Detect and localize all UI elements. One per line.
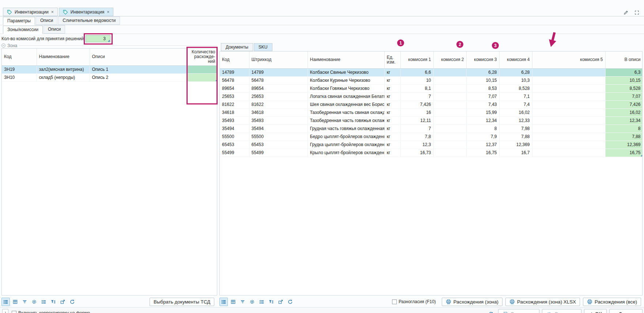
table-cell[interactable]: 55500 xyxy=(249,133,308,141)
table-cell[interactable]: кг xyxy=(384,149,400,157)
table-cell[interactable]: Тазобедренная часть говяжья охлажденная … xyxy=(308,117,384,125)
table-cell[interactable]: 12,34 xyxy=(605,117,643,125)
table-row[interactable]: 1478914789Колбаски Свиные Черкизовокг6,6… xyxy=(220,68,643,76)
table-cell[interactable]: 89654 xyxy=(249,84,308,92)
table-row[interactable]: 8965489654Колбаски Говяжьи Черкизовокг8,… xyxy=(220,84,643,92)
settings-button[interactable] xyxy=(248,298,256,306)
table-cell[interactable]: 14789 xyxy=(249,68,308,76)
table-cell[interactable]: 12,11 xyxy=(400,117,433,125)
list-button[interactable] xyxy=(39,298,48,306)
table-cell[interactable]: 7,88 xyxy=(499,133,532,141)
table-cell[interactable] xyxy=(187,73,217,81)
table-cell[interactable] xyxy=(532,76,605,84)
table-cell[interactable]: кг xyxy=(384,141,400,149)
table-cell[interactable]: 16,75 xyxy=(605,149,643,157)
table-cell[interactable]: ЗН19 xyxy=(2,65,37,73)
table-row[interactable]: 3549435494Грудная часть говяжья охлажден… xyxy=(220,125,643,133)
table-cell[interactable]: кг xyxy=(384,117,400,125)
table-row[interactable]: ЗН19зал2(мясная витрина)Опись 1 xyxy=(2,65,217,73)
refresh-button[interactable] xyxy=(68,298,76,306)
doc-tab-inventarizatsii[interactable]: Инвентаризации × xyxy=(3,8,58,16)
table-cell[interactable] xyxy=(532,141,605,149)
form-adjustment-checkbox[interactable] xyxy=(12,311,16,313)
table-cell[interactable]: 16,02 xyxy=(605,108,643,117)
table-cell[interactable] xyxy=(433,133,466,141)
table-cell[interactable]: 12,33 xyxy=(499,117,532,125)
tab-sku[interactable]: SKU xyxy=(254,43,272,51)
table-cell[interactable]: Опись 1 xyxy=(90,65,187,73)
table-cell[interactable]: 6,28 xyxy=(466,68,499,76)
table-row[interactable]: 5550055500Бедро цыплят-бройлеров охлажде… xyxy=(220,133,643,141)
table-row[interactable]: 5647856478Колбаски Куриные Черкизовокг10… xyxy=(220,76,643,84)
sync-button[interactable] xyxy=(487,309,496,313)
table-cell[interactable]: 35493 xyxy=(249,117,308,125)
table-cell[interactable] xyxy=(433,92,466,100)
table-cell[interactable]: 25653 xyxy=(249,92,308,100)
settings-button[interactable] xyxy=(30,298,38,306)
col-header-in-opis[interactable]: В описи xyxy=(605,51,643,68)
table-cell[interactable]: 7,98 xyxy=(499,125,532,133)
table-cell[interactable]: 8,53 xyxy=(466,84,499,92)
col-header-code[interactable]: Код xyxy=(2,49,37,65)
table-cell[interactable] xyxy=(532,125,605,133)
table-cell[interactable] xyxy=(433,125,466,133)
table-cell[interactable]: 6,28 xyxy=(499,68,532,76)
commission-count-input[interactable] xyxy=(86,35,110,42)
table-cell[interactable]: 8,528 xyxy=(605,84,643,92)
table-cell[interactable]: 6,6 xyxy=(400,68,433,76)
table-cell[interactable] xyxy=(532,149,605,157)
table-cell[interactable]: 8,1 xyxy=(400,84,433,92)
table-cell[interactable] xyxy=(532,117,605,125)
row-layout-button[interactable] xyxy=(1,298,10,306)
table-cell[interactable]: 65453 xyxy=(220,141,249,149)
tab-zony-komissii[interactable]: Зоны/комиссии xyxy=(3,26,43,34)
tab-slichitelnye-vedomosti[interactable]: Сличительные ведомости xyxy=(58,16,120,25)
table-cell[interactable]: 8 xyxy=(466,125,499,133)
table-cell[interactable]: 7,9 xyxy=(466,133,499,141)
col-header-commission-3[interactable]: комиссия 3 xyxy=(466,51,499,68)
report-zone-xlsx-button[interactable]: Расхождения (зона) XLSX xyxy=(505,298,580,306)
table-row[interactable]: ЗН10склад5 (непроды)Опись 2 xyxy=(2,73,217,81)
more-actions-button[interactable] xyxy=(2,309,8,313)
table-cell[interactable]: 35493 xyxy=(220,117,249,125)
table-cell[interactable]: 7,07 xyxy=(466,92,499,100)
table-cell[interactable]: 14789 xyxy=(220,68,249,76)
table-cell[interactable]: 7,4 xyxy=(499,100,532,108)
table-cell[interactable]: 7 xyxy=(400,125,433,133)
table-cell[interactable] xyxy=(532,84,605,92)
table-cell[interactable] xyxy=(433,100,466,108)
col-header-discrepancy-count[interactable]: Количество расхожде-ний xyxy=(187,49,217,65)
table-cell[interactable]: 89654 xyxy=(220,84,249,92)
table-cell[interactable]: 25653 xyxy=(220,92,249,100)
col-header-commission-4[interactable]: комиссия 4 xyxy=(499,51,532,68)
col-header-sku-code[interactable]: Код xyxy=(220,51,249,68)
table-cell[interactable]: 10,15 xyxy=(466,76,499,84)
table-cell[interactable]: 10 xyxy=(400,76,433,84)
col-header-commission-2[interactable]: комиссия 2 xyxy=(433,51,466,68)
disagreements-checkbox-row[interactable]: Разногласия (F10) xyxy=(392,299,436,304)
table-cell[interactable]: 65453 xyxy=(249,141,308,149)
form-adjustment-checkbox-row[interactable]: Включить корректировку на форме xyxy=(12,310,90,313)
table-cell[interactable]: 7,07 xyxy=(605,92,643,100)
col-header-commission-5[interactable]: комиссия 5 xyxy=(532,51,605,68)
table-cell[interactable]: кг xyxy=(384,92,400,100)
table-cell[interactable]: 12,34 xyxy=(466,117,499,125)
table-cell[interactable]: Бедро цыплят-бройлеров охлажденное Борис… xyxy=(308,133,384,141)
table-cell[interactable]: Шея свиная охлажденная вес Борисовский м… xyxy=(308,100,384,108)
table-cell[interactable]: Грудка цыплят-бройлеров охлажденная Бори… xyxy=(308,141,384,149)
table-cell[interactable] xyxy=(433,76,466,84)
table-cell[interactable]: Грудная часть говяжья охлажденная Борисо… xyxy=(308,125,384,133)
table-cell[interactable]: 7,8 xyxy=(400,133,433,141)
tab-opisi-inner[interactable]: Описи xyxy=(44,25,65,34)
close-icon[interactable]: × xyxy=(51,10,54,14)
filter-button[interactable] xyxy=(20,298,29,306)
col-header-commission-1[interactable]: комиссия 1 xyxy=(400,51,433,68)
table-cell[interactable]: 7,426 xyxy=(400,100,433,108)
table-cell[interactable]: 7,88 xyxy=(605,133,643,141)
col-header-sku-name[interactable]: Наименование xyxy=(308,51,384,68)
table-cell[interactable]: 7,1 xyxy=(499,92,532,100)
table-cell[interactable]: Колбаски Говяжьи Черкизово xyxy=(308,84,384,92)
table-cell[interactable]: 81622 xyxy=(220,100,249,108)
table-cell[interactable] xyxy=(187,65,217,73)
doc-tab-inventarizatsiya[interactable]: Инвентаризация × xyxy=(59,8,113,16)
